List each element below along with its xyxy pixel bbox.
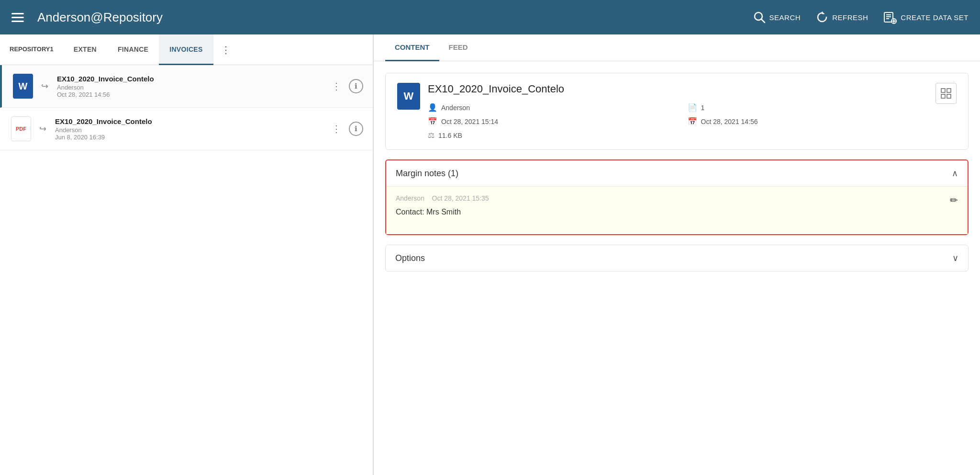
- refresh-icon: [816, 11, 828, 23]
- note-edit-button-1[interactable]: ✏: [950, 194, 958, 206]
- note-meta-1: Anderson Oct 28, 2021 15:35: [396, 194, 958, 202]
- file-more-button-1[interactable]: ⋮: [332, 81, 341, 91]
- file-meta-grid: 👤 Anderson 📄 1 📅 Oct 28, 2021 15:14: [428, 103, 928, 140]
- file-more-button-2[interactable]: ⋮: [332, 124, 341, 134]
- pdf-icon: PDF: [11, 116, 31, 141]
- file-arrow-icon-2: ↪: [39, 124, 46, 134]
- tab-content[interactable]: CONTENT: [385, 34, 439, 61]
- menu-icon[interactable]: [11, 13, 24, 22]
- file-actions-1: ⋮ ℹ: [332, 79, 363, 93]
- svg-rect-3: [886, 14, 891, 15]
- file-list: W ↪ EX10_2020_Invoice_Contelo Anderson O…: [0, 65, 373, 475]
- meta-size: ⚖ 11.6 KB: [428, 131, 668, 140]
- file-grid-view-button[interactable]: [935, 83, 957, 104]
- file-info-1: EX10_2020_Invoice_Contelo Anderson Oct 2…: [57, 75, 325, 98]
- user-icon: 👤: [428, 103, 437, 112]
- meta-created: 📅 Oct 28, 2021 15:14: [428, 117, 668, 126]
- margin-notes-header[interactable]: Margin notes (1) ∧: [386, 160, 968, 186]
- app-header: Anderson@Repository SEARCH REFRESH: [0, 0, 980, 34]
- svg-rect-9: [941, 89, 945, 92]
- right-panel: CONTENT FEED W EX10_2020_Invoice_Contelo…: [374, 34, 980, 475]
- right-content: W EX10_2020_Invoice_Contelo 👤 Anderson 📄…: [374, 61, 980, 475]
- create-dataset-icon: [883, 11, 897, 24]
- refresh-button[interactable]: REFRESH: [816, 11, 868, 23]
- svg-rect-5: [886, 18, 889, 19]
- note-content-1: Contact: Mrs Smith: [396, 208, 958, 216]
- tab-finance[interactable]: FINANCE: [107, 34, 159, 65]
- file-item-1[interactable]: W ↪ EX10_2020_Invoice_Contelo Anderson O…: [0, 65, 373, 108]
- meta-version: 📄 1: [688, 103, 928, 112]
- left-panel: REPOSITORY1 EXTEN FINANCE INVOICES ⋮ W: [0, 34, 373, 475]
- tab-exten[interactable]: EXTEN: [63, 34, 107, 65]
- chevron-down-icon: ∨: [952, 253, 958, 263]
- file-header-card: W EX10_2020_Invoice_Contelo 👤 Anderson 📄…: [385, 73, 969, 150]
- app-title: Anderson@Repository: [37, 10, 744, 25]
- word-icon: W: [13, 74, 33, 99]
- note-card-1: Anderson Oct 28, 2021 15:35 Contact: Mrs…: [386, 186, 968, 234]
- header-actions: SEARCH REFRESH CREATE DATA SET: [753, 11, 969, 24]
- search-button[interactable]: SEARCH: [753, 11, 801, 23]
- main-layout: REPOSITORY1 EXTEN FINANCE INVOICES ⋮ W: [0, 34, 980, 475]
- file-icon-2: PDF: [10, 115, 33, 142]
- margin-notes-title: Margin notes (1): [396, 169, 458, 179]
- meta-author: 👤 Anderson: [428, 103, 668, 112]
- file-detail-word-icon: W: [397, 83, 420, 110]
- file-icon-1: W: [11, 73, 34, 100]
- create-dataset-button[interactable]: CREATE DATA SET: [883, 11, 969, 24]
- chevron-up-icon: ∧: [952, 168, 958, 179]
- size-icon: ⚖: [428, 131, 434, 140]
- options-header[interactable]: Options ∨: [386, 245, 968, 271]
- file-header-info: EX10_2020_Invoice_Contelo 👤 Anderson 📄 1…: [428, 83, 928, 140]
- svg-line-1: [761, 19, 765, 23]
- svg-rect-4: [886, 16, 891, 17]
- tab-invoices[interactable]: INVOICES: [159, 34, 213, 65]
- more-tabs-button[interactable]: ⋮: [213, 34, 238, 65]
- calendar-icon-1: 📅: [428, 117, 437, 126]
- svg-rect-12: [947, 94, 951, 98]
- svg-rect-11: [941, 94, 945, 98]
- tab-feed[interactable]: FEED: [439, 34, 478, 61]
- grid-icon: [941, 88, 951, 99]
- svg-rect-10: [947, 89, 951, 92]
- calendar-icon-2: 📅: [688, 117, 697, 126]
- file-item-2[interactable]: PDF ↪ EX10_2020_Invoice_Contelo Anderson…: [0, 108, 373, 150]
- file-info-button-1[interactable]: ℹ: [349, 79, 363, 93]
- file-info-2: EX10_2020_Invoice_Contelo Anderson Jun 8…: [55, 117, 325, 141]
- search-icon: [753, 11, 766, 23]
- repo-label: REPOSITORY1: [0, 34, 63, 65]
- file-actions-2: ⋮ ℹ: [332, 122, 363, 136]
- options-section: Options ∨: [385, 245, 969, 271]
- meta-modified: 📅 Oct 28, 2021 14:56: [688, 117, 928, 126]
- left-tabs-bar: REPOSITORY1 EXTEN FINANCE INVOICES ⋮: [0, 34, 373, 65]
- right-tabs-bar: CONTENT FEED: [374, 34, 980, 61]
- file-arrow-icon-1: ↪: [41, 81, 48, 91]
- file-info-button-2[interactable]: ℹ: [349, 122, 363, 136]
- options-title: Options: [395, 253, 425, 263]
- version-icon: 📄: [688, 103, 697, 112]
- margin-notes-section: Margin notes (1) ∧ Anderson Oct 28, 2021…: [385, 159, 969, 235]
